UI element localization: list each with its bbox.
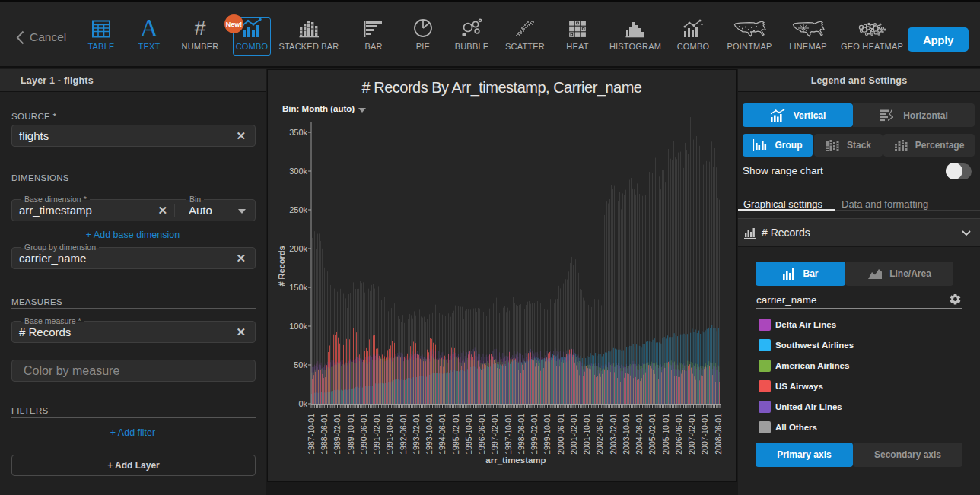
svg-text:200k: 200k <box>289 244 307 253</box>
svg-text:1991-10-01: 1991-10-01 <box>385 414 394 455</box>
svg-text:0k: 0k <box>298 399 307 408</box>
svg-text:1996-06-01: 1996-06-01 <box>477 414 486 455</box>
svg-text:1993-10-01: 1993-10-01 <box>425 414 434 455</box>
svg-text:100k: 100k <box>289 322 307 331</box>
svg-text:2008-06-01: 2008-06-01 <box>714 414 723 455</box>
svg-text:# Records: # Records <box>277 246 286 286</box>
svg-text:1994-06-01: 1994-06-01 <box>438 414 447 455</box>
svg-text:2003-10-01: 2003-10-01 <box>622 414 631 455</box>
svg-text:2006-06-01: 2006-06-01 <box>674 414 683 455</box>
svg-text:2002-06-01: 2002-06-01 <box>595 414 604 455</box>
svg-text:1990-06-01: 1990-06-01 <box>359 414 368 455</box>
svg-text:2007-10-01: 2007-10-01 <box>700 414 709 455</box>
svg-text:1997-02-01: 1997-02-01 <box>490 414 499 455</box>
svg-text:1999-10-01: 1999-10-01 <box>542 414 552 455</box>
svg-text:1989-02-01: 1989-02-01 <box>332 414 342 455</box>
svg-text:1987-10-01: 1987-10-01 <box>307 414 316 455</box>
svg-text:1997-10-01: 1997-10-01 <box>504 414 513 455</box>
svg-text:1993-02-01: 1993-02-01 <box>412 414 421 455</box>
svg-text:2005-02-01: 2005-02-01 <box>648 414 657 455</box>
svg-text:2001-10-01: 2001-10-01 <box>582 414 591 455</box>
svg-text:2003-02-01: 2003-02-01 <box>609 414 618 455</box>
svg-text:2004-06-01: 2004-06-01 <box>635 414 644 455</box>
svg-text:1991-02-01: 1991-02-01 <box>372 414 381 455</box>
svg-text:1998-06-01: 1998-06-01 <box>517 414 526 455</box>
svg-text:1999-02-01: 1999-02-01 <box>530 414 539 455</box>
svg-text:arr_timestamp: arr_timestamp <box>485 455 546 465</box>
svg-text:#: # <box>194 18 205 38</box>
svg-text:1992-06-01: 1992-06-01 <box>399 414 408 455</box>
svg-text:350k: 350k <box>289 128 307 137</box>
svg-text:50k: 50k <box>294 360 307 370</box>
svg-text:250k: 250k <box>289 205 307 214</box>
svg-text:1995-02-01: 1995-02-01 <box>451 414 460 455</box>
svg-text:1995-10-01: 1995-10-01 <box>464 414 473 455</box>
svg-text:300k: 300k <box>289 167 307 176</box>
svg-text:A: A <box>140 17 158 38</box>
svg-text:150k: 150k <box>289 283 307 292</box>
svg-text:2007-02-01: 2007-02-01 <box>687 414 696 455</box>
svg-text:1988-06-01: 1988-06-01 <box>320 414 329 455</box>
svg-text:2001-02-01: 2001-02-01 <box>569 414 578 455</box>
svg-text:2000-06-01: 2000-06-01 <box>556 414 565 455</box>
svg-text:1989-10-01: 1989-10-01 <box>346 414 355 455</box>
svg-text:2005-10-01: 2005-10-01 <box>661 414 670 455</box>
